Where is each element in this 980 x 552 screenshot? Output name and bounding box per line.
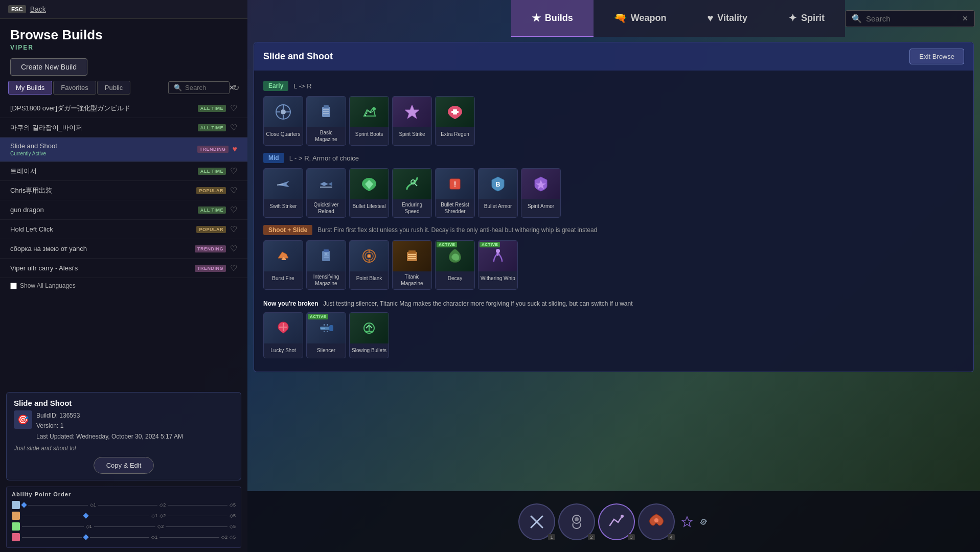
item-basic-magazine[interactable]: Basic Magazine [306,96,346,146]
item-bullet-armor[interactable]: B Bullet Armor [478,168,518,218]
filter-tabs: My Builds Favorites Public 🔍 ✕ ↻ [0,81,247,99]
tab-my-builds[interactable]: My Builds [8,81,52,95]
skill-slot-1[interactable]: 1 [518,503,555,540]
tab-vitality[interactable]: ♥ Vitality [687,0,768,37]
item-label: Intensifying Magazine [307,271,346,289]
ability-order-row-2: ◇1 ◇2 ◇5 [12,511,236,520]
list-item[interactable]: gun dragon ALL TIME ♡ [0,200,247,220]
section-arrow-mid: L - > R, Armor of choice [289,154,359,162]
item-extra-regen[interactable]: Extra Regen [435,96,475,146]
item-lucky-shot[interactable]: Lucky Shot [263,312,303,358]
sidebar: ESC Back Browse Builds VIPER Create New … [0,0,247,552]
skill-slot-4[interactable]: 4 [638,503,675,540]
item-icon-area [436,97,474,127]
item-icon-area [307,169,346,199]
item-icon-area: ! [436,169,474,199]
like-button[interactable]: ♡ [230,186,237,195]
item-burst-fire[interactable]: Burst Fire [263,240,303,290]
item-icon-area [307,97,346,127]
item-close-quarters[interactable]: Close Quarters [263,96,303,146]
like-button[interactable]: ♡ [230,244,237,254]
item-bullet-resist-shredder[interactable]: ! Bullet Resist Shredder [435,168,475,218]
esc-badge[interactable]: ESC [8,5,26,13]
exit-browse-button[interactable]: Exit Browse [909,49,964,64]
show-all-languages-checkbox[interactable] [10,283,17,289]
build-badge: TRENDING [195,265,226,272]
like-button[interactable]: ♡ [230,123,237,132]
item-spirit-strike[interactable]: Spirit Strike [392,96,432,146]
list-item[interactable]: 마쿠의 길라잡이_바이퍼 ALL TIME ♡ [0,118,247,137]
skill-slot-2[interactable]: 2 [558,503,595,540]
tab-weapon[interactable]: 🔫 Weapon [594,0,687,37]
item-quicksilver-reload[interactable]: Quicksilver Reload [306,168,346,218]
tab-builds[interactable]: ★ Builds [511,0,594,37]
item-icon-area: ACTIVE [436,241,474,271]
like-button[interactable]: ♡ [230,166,237,176]
build-list: [DPS1800 over]ダガー強化型ガンビルド ALL TIME ♡ 마쿠의… [0,99,247,388]
copy-edit-button[interactable]: Copy & Edit [94,457,154,474]
svg-rect-43 [329,325,333,331]
svg-rect-37 [408,258,416,259]
back-button[interactable]: Back [30,5,46,13]
burst-fire-icon [274,247,292,265]
tab-public[interactable]: Public [97,81,130,95]
refresh-icon[interactable]: ↻ [233,83,239,93]
list-item[interactable]: Viper ultr carry - Alesi's TRENDING ♡ [0,259,247,278]
item-intensifying-magazine[interactable]: Intensifying Magazine [306,240,346,290]
items-grid-shoot-slide: Burst Fire Intensifying Magazine [263,240,964,290]
clear-top-search-icon[interactable]: ✕ [962,14,968,22]
item-withering-whip[interactable]: ACTIVE Withering Whip [478,240,518,290]
item-silencer[interactable]: ACTIVE Silencer [306,312,346,358]
list-item[interactable]: Hold Left Click POPULAR ♡ [0,220,247,239]
item-swift-striker[interactable]: Swift Striker [263,168,303,218]
section-tag-mid: Mid [263,153,284,163]
build-name: Viper ultr carry - Alesi's [10,264,191,272]
build-name: сборка на змею от yanch [10,245,191,252]
build-badge: TRENDING [195,245,226,252]
item-sprint-boots[interactable]: Sprint Boots [349,96,389,146]
search-icon: 🔍 [852,14,862,24]
item-slowing-bullets[interactable]: Slowing Bullets [349,312,389,358]
build-last-updated: Last Updated: Wednesday, October 30, 202… [36,431,183,442]
like-button[interactable]: ♡ [230,263,237,273]
list-item[interactable]: [DPS1800 over]ダガー強化型ガンビルド ALL TIME ♡ [0,99,247,118]
items-grid-early: Close Quarters Basic Magazine [263,96,964,146]
search-input[interactable] [185,84,226,91]
item-titanic-magazine[interactable]: Titanic Magazine [392,240,432,290]
top-search-input[interactable] [866,14,958,23]
item-decay[interactable]: ACTIVE Decay [435,240,475,290]
skill-slot-3[interactable]: 3 [598,503,635,540]
list-item[interactable]: 트레이서 ALL TIME ♡ [0,162,247,181]
like-button[interactable]: ♡ [230,224,237,234]
svg-point-30 [368,255,370,257]
ao-dot-1 [21,502,27,508]
list-item-selected[interactable]: Slide and Shoot Currently Active TRENDIN… [0,137,247,162]
list-item[interactable]: сборка на змею от yanch TRENDING ♡ [0,239,247,259]
build-meta: BuildID: 136593 Version: 1 Last Updated:… [36,410,183,442]
item-label: Extra Regen [436,127,474,142]
sprint-boots-icon [360,103,378,121]
item-bullet-lifesteal[interactable]: Bullet Lifesteal [349,168,389,218]
ao-line [22,526,84,527]
item-label: Burst Fire [264,271,303,286]
tab-favorites[interactable]: Favorites [53,81,96,95]
ao-line [168,505,227,505]
ao-dot-2 [83,513,88,518]
list-item[interactable]: Chris専用出装 POPULAR ♡ [0,181,247,200]
bullet-armor-icon: B [489,175,507,193]
item-icon-area [350,241,389,271]
like-button[interactable]: ♥ [233,145,238,154]
item-spirit-armor[interactable]: Spirit Armor [521,168,561,218]
item-icon-area [264,169,303,199]
tab-spirit[interactable]: ✦ Spirit [768,0,845,37]
section-tag-broken: Now you're broken [263,300,318,307]
create-new-build-button[interactable]: Create New Build [10,58,87,76]
like-button[interactable]: ♡ [230,205,237,215]
skill-4-icon [647,512,666,532]
svg-rect-34 [408,250,416,254]
item-enduring-speed[interactable]: Enduring Speed [392,168,432,218]
like-button[interactable]: ♡ [230,103,237,113]
top-nav: ★ Builds 🔫 Weapon ♥ Vitality ✦ Spirit 🔍 … [511,0,980,37]
section-tag-shoot-slide: Shoot + Slide [263,225,312,235]
item-point-blank[interactable]: Point Blank [349,240,389,290]
